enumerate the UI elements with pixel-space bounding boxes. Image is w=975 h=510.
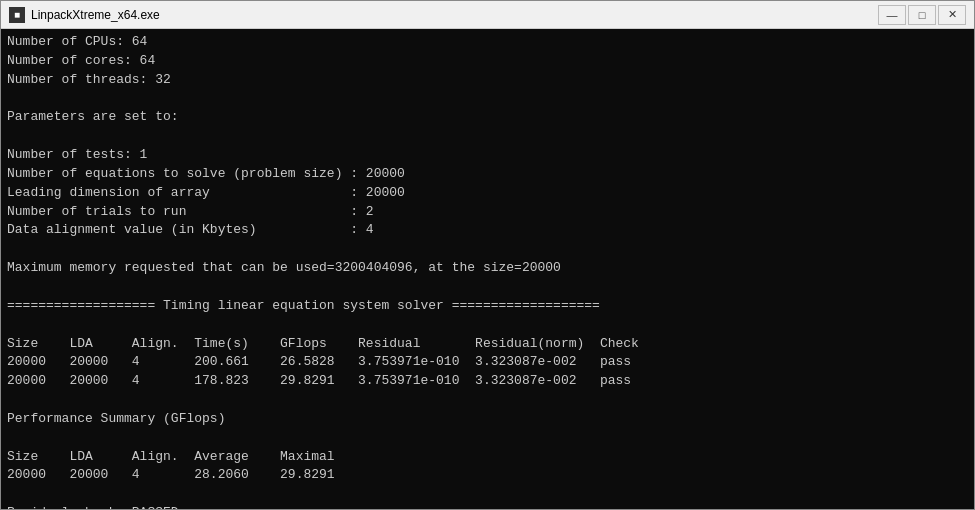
close-button[interactable]: ✕ (938, 5, 966, 25)
maximize-button[interactable]: □ (908, 5, 936, 25)
titlebar: ■ LinpackXtreme_x64.exe — □ ✕ (1, 1, 974, 29)
console-output: Number of CPUs: 64 Number of cores: 64 N… (1, 29, 974, 509)
app-window: ■ LinpackXtreme_x64.exe — □ ✕ Number of … (0, 0, 975, 510)
window-title: LinpackXtreme_x64.exe (31, 8, 878, 22)
app-icon: ■ (9, 7, 25, 23)
minimize-button[interactable]: — (878, 5, 906, 25)
window-controls: — □ ✕ (878, 5, 966, 25)
